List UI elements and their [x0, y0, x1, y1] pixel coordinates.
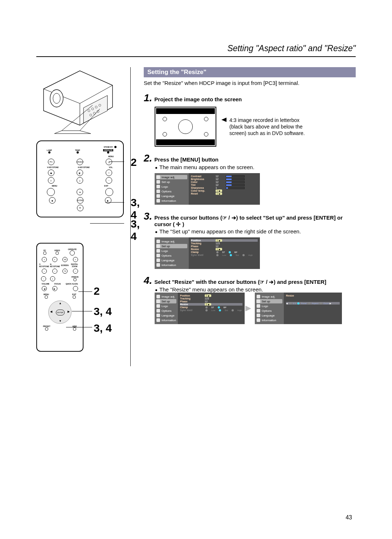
remote-volume-label: VOLUME — [42, 283, 49, 285]
main-menu-mock: Image adj. Set up Logo Options Language … — [155, 173, 260, 205]
lamp-led — [48, 151, 50, 154]
remote-operate-button[interactable] — [70, 250, 75, 256]
hkeystone-label: H-KEYSTONE — [78, 166, 90, 168]
remote-callout-34a: 3, 4 — [94, 305, 112, 318]
remote-screen-down[interactable]: S — [62, 269, 68, 274]
standby-led — [114, 146, 117, 148]
remote-quick-label: QUICK ALIGN. — [66, 283, 78, 285]
exit-label: EXIT — [104, 185, 108, 187]
video-button[interactable]: VIDEO — [77, 159, 83, 165]
arrow-right-icon — [245, 306, 251, 311]
remote-vkey-label: V-KEYSTONE — [39, 263, 50, 268]
panel-menu-button[interactable] — [47, 188, 55, 196]
projector-illustration — [36, 67, 124, 140]
resize-submenu-mock: Image adj. Set up Logo Options Language … — [255, 293, 342, 324]
remote-enter-button[interactable]: ENTER — [56, 310, 65, 315]
remote-dzoom-label: DIGITAL ZOOM — [69, 263, 81, 268]
page-title: Setting "Aspect ratio" and "Resize" — [36, 44, 356, 53]
step3-number: 3. — [144, 211, 152, 221]
remote-preset-button[interactable] — [45, 327, 48, 331]
menu-top-label: MENU — [108, 155, 114, 158]
remote-callout-2: 2 — [94, 285, 100, 297]
title-underline — [36, 56, 356, 57]
step4-number: 4. — [144, 275, 152, 286]
remote-vol-up[interactable]: ▶ — [52, 286, 57, 291]
section-header: Setting the "Resize" — [144, 67, 356, 77]
panel-callout-2: 2 — [131, 156, 137, 168]
svg-point-1 — [53, 93, 60, 103]
remote-dzoom-down[interactable]: − — [73, 269, 78, 274]
remote-screen-label: SCREEN — [61, 264, 69, 266]
panel-circle-1[interactable]: ▽ — [48, 177, 54, 184]
step2-number: 2. — [144, 153, 152, 163]
right-column: Setting the "Resize" Set the "Resize" wh… — [142, 67, 356, 366]
operate-led — [107, 151, 109, 154]
remote-freeze-button[interactable] — [73, 278, 77, 281]
step4-title: Select "Resize" with the cursor buttons … — [154, 275, 326, 285]
remote-control: PC VIDEO OPERATE + + W + V-KEYSTONE H-KE… — [36, 243, 83, 352]
hkeystone-button[interactable]: ◧ — [77, 170, 83, 176]
remote-focus-label: FOCUS — [54, 283, 61, 285]
letterbox-caption: 4:3 image recorded in letterbox (black b… — [229, 117, 306, 137]
remote-zoom-down[interactable]: + — [50, 276, 55, 281]
remote-hkey-up[interactable]: + — [52, 257, 57, 262]
vkeystone-label: V-KEYSTONE — [47, 166, 58, 168]
step3-title: Press the cursor buttons (☞ / ➔) to sele… — [154, 211, 356, 228]
cursor-up-button[interactable]: ▲ — [77, 189, 83, 195]
remote-menu-button[interactable] — [45, 295, 48, 299]
page-number: 43 — [346, 514, 352, 521]
temp-led — [77, 151, 79, 154]
step3-bullet: The "Set up" menu appears on the right s… — [155, 228, 356, 234]
panel-enter-button[interactable]: ENTER — [77, 197, 83, 204]
cursor-left-button[interactable]: ◀ — [49, 197, 56, 204]
left-column: STAND BY LAMP TEMP OPERATE MENU PC VIDEO… — [36, 67, 131, 366]
remote-screen-up[interactable]: W — [62, 257, 68, 262]
panel-circle-2[interactable]: ▷ — [77, 177, 83, 184]
remote-quick-button[interactable] — [73, 286, 78, 291]
remote-video-label: VIDEO — [54, 249, 60, 252]
remote-zoom-up[interactable]: − — [41, 276, 46, 281]
remote-dzoom-up[interactable]: + — [73, 257, 78, 262]
remote-vkey-down[interactable]: − — [42, 269, 47, 274]
panel-callout-34a: 3, 4 — [131, 196, 140, 221]
remote-hkey-label: H-KEYSTONE — [50, 263, 61, 268]
panel-exit-button[interactable] — [105, 188, 113, 196]
remote-vkey-up[interactable]: + — [42, 257, 47, 262]
remote-hide-button[interactable] — [73, 327, 76, 331]
remote-dpad[interactable]: ▲ ◀ ▶ ▼ ENTER — [48, 301, 72, 324]
menu-label: MENU — [52, 185, 57, 187]
remote-pc-button[interactable] — [43, 252, 46, 255]
vol-label: VOL. — [109, 166, 113, 168]
projector-control-panel: STAND BY LAMP TEMP OPERATE MENU PC VIDEO… — [36, 140, 124, 217]
setup-menu-resize-selected: Image adj. Set up Logo Options Language … — [155, 293, 242, 324]
letterbox-illustration — [155, 107, 216, 147]
remote-pc-label: PC — [43, 249, 46, 252]
vol-minus-button[interactable]: － — [106, 177, 112, 184]
section-intro: Set the "Resize" when HDCP image is inpu… — [144, 79, 356, 86]
pc-button[interactable]: PC — [48, 159, 54, 165]
vkeystone-button[interactable]: ▣ — [48, 170, 54, 176]
panel-callout-34b: 3, 4 — [131, 218, 140, 242]
remote-hkey-down[interactable]: − — [52, 269, 57, 274]
remote-callout-34b: 3, 4 — [94, 322, 112, 334]
step2-title: Press the [MENU] button — [154, 153, 219, 163]
step2-bullet: The main menu appears on the screen. — [155, 164, 356, 170]
standby-label: STAND BY — [104, 146, 113, 148]
remote-exit-button[interactable] — [73, 295, 76, 299]
step4-bullet: The "Resize" menu appears on the screen. — [155, 286, 356, 293]
remote-vol-down[interactable]: ◀ — [42, 286, 47, 291]
remote-video-button[interactable] — [56, 252, 59, 255]
cursor-down-button[interactable]: ▼ — [77, 205, 83, 211]
step1-number: 1. — [144, 93, 152, 103]
step1-title: Project the image onto the screen — [154, 93, 242, 102]
vol-plus-button[interactable]: ＋ — [106, 170, 112, 176]
setup-menu-mock: Image adj. Set up Logo Options Language … — [155, 237, 260, 269]
arrow-left-icon — [221, 118, 226, 122]
